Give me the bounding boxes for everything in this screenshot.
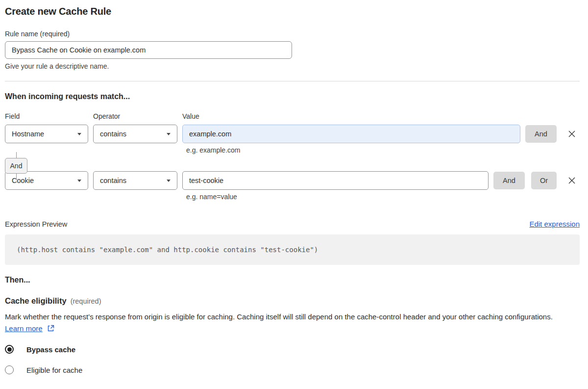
learn-more-link[interactable]: Learn more: [5, 324, 43, 333]
cache-eligibility-header: Cache eligibility (required): [5, 296, 580, 306]
field-select[interactable]: Hostname: [5, 125, 88, 143]
radio-option-eligible-for-cache[interactable]: Eligible for cache: [5, 365, 580, 374]
rule-name-input[interactable]: [5, 41, 292, 59]
add-or-condition-button[interactable]: Or: [531, 172, 557, 189]
chevron-down-icon: [167, 133, 171, 135]
operator-select-value: contains: [100, 130, 126, 138]
add-and-condition-button[interactable]: And: [493, 172, 525, 189]
rule-name-helper: Give your rule a descriptive name.: [5, 62, 580, 70]
expression-preview-header: Expression Preview Edit expression: [5, 220, 580, 228]
connector-and-chip[interactable]: And: [5, 158, 27, 174]
rule-name-label: Rule name (required): [5, 30, 580, 38]
expression-preview-label: Expression Preview: [5, 220, 67, 228]
operator-select-value: contains: [100, 177, 126, 184]
section-divider: [5, 81, 580, 81]
value-helper-text: e.g. name=value: [186, 193, 580, 201]
condition-builder: Field Operator Value Hostname contains A…: [5, 112, 580, 201]
chevron-down-icon: [77, 180, 81, 182]
condition-row: Hostname contains And: [5, 125, 580, 143]
cache-eligibility-title: Cache eligibility: [5, 296, 67, 306]
field-select-value: Hostname: [12, 130, 44, 138]
connector-line: [16, 174, 17, 181]
builder-column-labels: Field Operator Value: [5, 112, 580, 120]
operator-select[interactable]: contains: [93, 171, 177, 190]
cache-eligibility-description: Mark whether the request’s response from…: [5, 311, 573, 335]
edit-expression-link[interactable]: Edit expression: [529, 220, 580, 228]
close-icon: [567, 130, 576, 138]
value-input[interactable]: [182, 125, 520, 143]
create-cache-rule-page: Create new Cache Rule Rule name (require…: [0, 0, 588, 374]
close-icon: [567, 176, 576, 185]
add-and-condition-button[interactable]: And: [525, 125, 557, 143]
expression-text: (http.host contains "example.com" and ht…: [17, 246, 318, 254]
expression-preview-code: (http.host contains "example.com" and ht…: [5, 234, 580, 265]
required-note: (required): [71, 297, 101, 305]
connector-line: [16, 152, 17, 158]
external-link-icon: [47, 325, 54, 332]
description-text: Mark whether the request’s response from…: [5, 312, 553, 321]
condition-row: Cookie contains And Or: [5, 171, 580, 190]
chevron-down-icon: [167, 180, 171, 182]
radio-option-bypass-cache[interactable]: Bypass cache: [5, 345, 580, 354]
radio-label: Eligible for cache: [26, 366, 82, 374]
page-title: Create new Cache Rule: [5, 6, 580, 17]
radio-selected-dot: [7, 347, 12, 352]
value-helper-text: e.g. example.com: [186, 146, 580, 154]
row-connector: And: [5, 152, 34, 181]
radio-label: Bypass cache: [26, 345, 75, 354]
then-heading: Then...: [5, 276, 580, 285]
operator-select[interactable]: contains: [93, 125, 177, 143]
operator-column-label: Operator: [93, 112, 182, 120]
value-input[interactable]: [182, 171, 489, 190]
remove-condition-button[interactable]: [566, 175, 577, 186]
chevron-down-icon: [77, 133, 81, 135]
value-column-label: Value: [182, 112, 199, 120]
radio-button-icon: [5, 365, 14, 374]
match-heading: When incoming requests match...: [5, 92, 580, 101]
remove-condition-button[interactable]: [566, 129, 577, 139]
radio-button-icon: [5, 345, 14, 354]
field-column-label: Field: [5, 112, 93, 120]
